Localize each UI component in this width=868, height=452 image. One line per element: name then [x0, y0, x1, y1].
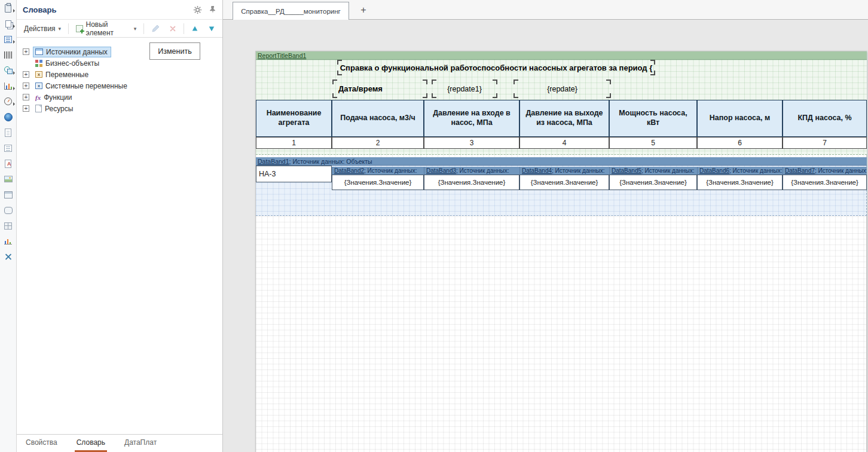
- repdate1-textbox[interactable]: {repdate1}: [433, 81, 496, 97]
- data-band-strip[interactable]: DataBand1; Источник данных: Объекты: [256, 157, 867, 166]
- tree-item-system-variables[interactable]: x Системные переменные: [23, 80, 222, 91]
- band-name-label: DataBand7: [785, 167, 815, 174]
- value-cell[interactable]: {Значения.Значение}: [783, 175, 867, 190]
- table-number-cell[interactable]: 5: [609, 137, 697, 149]
- flyout-arrow-icon: [13, 71, 15, 75]
- delete-x-icon: [169, 25, 176, 32]
- gauge-tool-icon[interactable]: [3, 97, 14, 106]
- rounded-panel-tool-icon[interactable]: [3, 206, 14, 215]
- move-up-button[interactable]: [188, 23, 202, 34]
- sub-band-header[interactable]: DataBand3; Источник данных:: [424, 167, 519, 175]
- barcode-tool-icon[interactable]: [3, 50, 14, 59]
- pin-icon[interactable]: [209, 5, 216, 14]
- pencil-icon: [151, 25, 160, 33]
- sub-bands: DataBand2; Источник данных: {Значения.Зн…: [332, 167, 867, 190]
- row-label-cell[interactable]: НА-3: [256, 166, 332, 182]
- dictionary-toolbar: Действия ▾ Новый элемент ▾: [17, 19, 222, 38]
- components-toolbar: [0, 0, 17, 452]
- tab-dictionary[interactable]: Словарь: [75, 435, 107, 452]
- gear-icon[interactable]: [193, 5, 202, 14]
- flyout-arrow-icon: [13, 40, 15, 44]
- band-name-label: DataBand6: [699, 167, 729, 174]
- expander-plus-icon[interactable]: [23, 94, 29, 100]
- table-number-cell[interactable]: 3: [424, 137, 519, 149]
- flyout-arrow-icon: [13, 102, 15, 106]
- band-name-label: DataBand2: [334, 167, 364, 174]
- rich-text-tool-icon[interactable]: [3, 159, 14, 168]
- table-header-cell[interactable]: Давление на входе в насос, МПа: [424, 100, 519, 137]
- toolbar-separator: [184, 23, 184, 34]
- repdate-text: {repdate}: [515, 81, 610, 97]
- functions-fx-icon: fx: [35, 94, 41, 101]
- page-tool-icon[interactable]: [3, 128, 14, 137]
- mini-chart-tool-icon[interactable]: [3, 237, 14, 246]
- table-header-cell[interactable]: Подача насоса, м3/ч: [332, 100, 424, 137]
- report-title-band-strip[interactable]: ReportTitleBand1: [256, 51, 867, 60]
- table-number-cell[interactable]: 4: [519, 137, 609, 149]
- tree-item-functions[interactable]: fx Функции: [23, 91, 222, 103]
- expander-plus-icon[interactable]: [23, 48, 29, 55]
- value-cell[interactable]: {Значения.Значение}: [519, 175, 609, 190]
- expander-plus-icon[interactable]: [23, 105, 29, 112]
- clipboard-tool-icon[interactable]: [3, 4, 14, 13]
- toolbar-separator: [143, 23, 144, 34]
- table-number-cell[interactable]: 1: [256, 137, 332, 149]
- table-header-cell[interactable]: Давление на выходе из насоса, МПа: [519, 100, 609, 137]
- chart-tool-icon[interactable]: [3, 81, 14, 90]
- tree-item-variables[interactable]: x Переменные: [23, 69, 222, 80]
- variables-icon: x: [35, 71, 42, 78]
- table-header-cell[interactable]: Напор насоса, м: [697, 100, 783, 137]
- move-down-button[interactable]: [204, 23, 219, 34]
- data-source-icon: [35, 48, 43, 55]
- sub-band-header[interactable]: DataBand7; Источник данных:: [783, 167, 867, 175]
- table-header-cell[interactable]: КПД насоса, %: [783, 100, 867, 137]
- delete-item-button[interactable]: [166, 23, 180, 34]
- panel-tool-icon[interactable]: [3, 190, 14, 199]
- report-title-textbox[interactable]: Справка о функциональной работоспособнос…: [338, 61, 654, 74]
- table-header-cell[interactable]: Мощность насоса, кВт: [609, 100, 697, 137]
- new-element-button[interactable]: Новый элемент ▾: [72, 19, 140, 39]
- tree-item-resources[interactable]: Ресурсы: [23, 103, 222, 114]
- dictionary-tree: Источники данных Бизнес-объекты x Переме…: [17, 38, 222, 434]
- edit-button[interactable]: Изменить: [149, 42, 200, 60]
- sub-band-header[interactable]: DataBand5; Источник данных:: [609, 167, 697, 175]
- list-tool-icon[interactable]: [3, 143, 14, 152]
- date-time-label-textbox[interactable]: Дата/время: [334, 81, 426, 97]
- value-cell[interactable]: {Значения.Значение}: [609, 175, 697, 190]
- value-cell[interactable]: {Значения.Значение}: [332, 175, 424, 190]
- new-element-icon: [76, 25, 83, 32]
- text-tool-icon[interactable]: [3, 35, 14, 44]
- designer-main: Справка__РД_____мониторинг + ReportTitle…: [223, 0, 868, 452]
- sub-band-header[interactable]: DataBand2; Источник данных:: [332, 167, 424, 175]
- image-tool-icon[interactable]: [3, 175, 14, 184]
- document-tab[interactable]: Справка__РД_____мониторинг: [233, 2, 349, 20]
- table-number-cell[interactable]: 2: [332, 137, 424, 149]
- table-header-cell[interactable]: Наименование агрегата: [256, 100, 332, 137]
- edit-item-button[interactable]: [148, 23, 163, 35]
- actions-button[interactable]: Действия ▾: [20, 23, 65, 35]
- band-name-label: DataBand5: [612, 167, 641, 174]
- repdate-textbox[interactable]: {repdate}: [515, 81, 610, 97]
- table-number-cell[interactable]: 7: [783, 137, 867, 149]
- tools-tool-icon[interactable]: [3, 252, 14, 261]
- table-number-cell[interactable]: 6: [697, 137, 783, 149]
- tab-properties[interactable]: Свойства: [24, 435, 59, 452]
- band-suffix-label: ; Источник данных:: [552, 167, 604, 174]
- expander-plus-icon[interactable]: [23, 71, 29, 78]
- crosstab-tool-icon[interactable]: [3, 221, 14, 230]
- value-cell[interactable]: {Значения.Значение}: [697, 175, 783, 190]
- panel-title: Словарь: [23, 5, 56, 14]
- sub-band-column: DataBand2; Источник данных: {Значения.Зн…: [332, 167, 424, 190]
- expander-plus-icon[interactable]: [23, 83, 29, 89]
- sub-band-header[interactable]: DataBand6; Источник данных:: [697, 167, 783, 175]
- flyout-arrow-icon: [13, 9, 15, 13]
- pages-tool-icon[interactable]: [3, 19, 14, 28]
- map-globe-tool-icon[interactable]: [3, 112, 14, 121]
- shapes-tool-icon[interactable]: [3, 66, 14, 75]
- value-cell[interactable]: {Значения.Значение}: [424, 175, 519, 190]
- sub-band-header[interactable]: DataBand4; Источник данных:: [519, 167, 609, 175]
- tab-dataplat[interactable]: ДатаПлат: [123, 435, 158, 452]
- band-name-label: DataBand3: [426, 167, 456, 174]
- new-tab-button[interactable]: +: [357, 4, 370, 17]
- panel-bottom-tabs: Свойства Словарь ДатаПлат: [17, 434, 222, 452]
